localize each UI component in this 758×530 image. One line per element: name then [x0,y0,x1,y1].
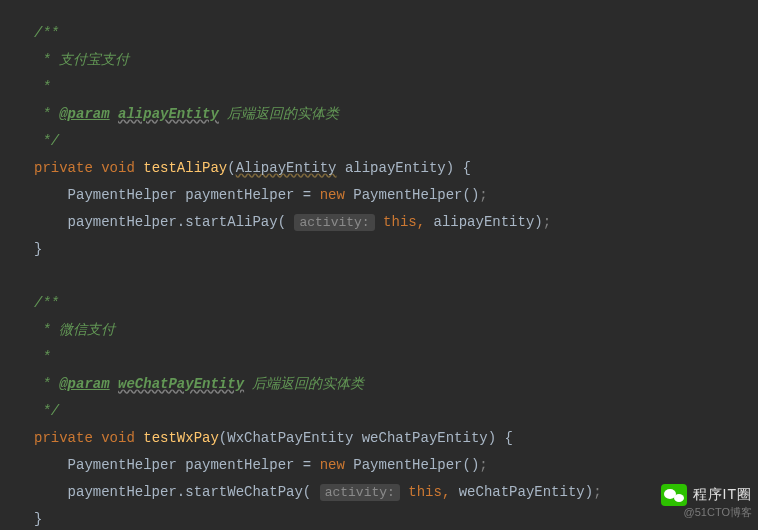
code-line: PaymentHelper paymentHelper = new Paymen… [34,182,758,209]
javadoc-tag: @param [59,376,109,392]
param-type: WxChatPayEntity [227,430,353,446]
comment-line: * [34,74,758,101]
javadoc-param-name: alipayEntity [118,106,219,122]
method-name: testAliPay [143,160,227,176]
comment-line: * [34,344,758,371]
method-signature: private void testWxPay(WxChatPayEntity w… [34,425,758,452]
blank-line [34,263,758,290]
code-line: paymentHelper.startAliPay( activity: thi… [34,209,758,236]
javadoc-param-line: * @param weChatPayEntity 后端返回的实体类 [34,371,758,398]
comment-line: */ [34,128,758,155]
code-line: } [34,506,758,530]
comment-line: */ [34,398,758,425]
javadoc-param-line: * @param alipayEntity 后端返回的实体类 [34,101,758,128]
code-editor: /** * 支付宝支付 * * @param alipayEntity 后端返回… [0,0,758,530]
comment-line: * 支付宝支付 [34,47,758,74]
parameter-hint: activity: [294,214,374,231]
comment-line: /** [34,20,758,47]
method-name: testWxPay [143,430,219,446]
blog-watermark: @51CTO博客 [684,499,752,526]
javadoc-tag: @param [59,106,109,122]
parameter-hint: activity: [320,484,400,501]
param-type: AlipayEntity [236,160,337,176]
code-line: paymentHelper.startWeChatPay( activity: … [34,479,758,506]
code-line: } [34,236,758,263]
code-line: PaymentHelper paymentHelper = new Paymen… [34,452,758,479]
comment-line: /** [34,290,758,317]
javadoc-param-name: weChatPayEntity [118,376,244,392]
method-signature: private void testAliPay(AlipayEntity ali… [34,155,758,182]
comment-line: * 微信支付 [34,317,758,344]
